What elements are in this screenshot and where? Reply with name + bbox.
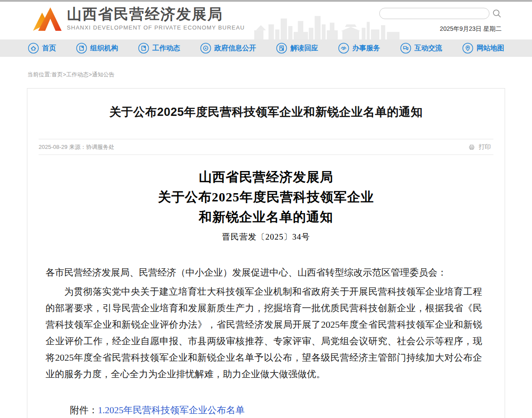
doc-title-line1: 山西省民营经济发展局: [27, 167, 505, 187]
news-icon: [138, 43, 149, 54]
nav-item-gov-info[interactable]: 政府信息公开: [200, 43, 256, 54]
search-button[interactable]: [492, 9, 502, 18]
body-paragraph: 为贯彻落实党中央关于建立培育壮大科技领军企业机制和省政府关于开展民营科技领军企业…: [46, 283, 482, 382]
nav-label: 政府信息公开: [214, 44, 256, 53]
nav-item-interaction[interactable]: 互动交流: [400, 43, 442, 54]
attachments-section: 附件： 1.2025年民营科技领军企业公布名单 2.2025年民营科技新锐企业公…: [46, 402, 482, 418]
nav-item-sitemap[interactable]: 网站地图: [462, 43, 504, 54]
nav-item-interpretation[interactable]: 解读回应: [276, 43, 318, 54]
breadcrumb: 当前位置:首页>工作动态>通知公告: [27, 71, 532, 79]
salutation: 各市民营经济发展局、民营经济（中小企业）发展促进中心、山西省转型综改示范区管理委…: [46, 264, 482, 281]
nav-item-services[interactable]: 办事服务: [338, 43, 380, 54]
site-subtitle: SHANXI DEVELOPMENT OF PRIVATE ECONOMY BU…: [67, 24, 245, 31]
breadcrumb-work-news[interactable]: 工作动态: [66, 71, 89, 78]
main-nav: 首页 组织机构 工作动态 政府信息公开: [0, 39, 532, 57]
nav-label: 办事服务: [352, 44, 380, 53]
site-logo[interactable]: 山西省民营经济发展局 SHANXI DEVELOPMENT OF PRIVATE…: [32, 5, 245, 32]
attachment-link-1[interactable]: 1.2025年民营科技领军企业公布名单: [98, 402, 245, 418]
doc-title-line3: 和新锐企业名单的通知: [27, 207, 505, 227]
search-input[interactable]: [379, 8, 489, 19]
handshake-icon: [338, 43, 349, 54]
page-title: 关于公布2025年度民营科技领军企业和新锐企业名单的通知: [27, 105, 505, 119]
nav-item-organization[interactable]: 组织机构: [76, 43, 118, 54]
nav-label: 网站地图: [476, 44, 504, 53]
site-header: 山西省民营经济发展局 SHANXI DEVELOPMENT OF PRIVATE…: [0, 2, 532, 39]
logo-mountain-icon: [32, 5, 62, 32]
nav-label: 首页: [42, 44, 56, 53]
breadcrumb-separator: >: [89, 71, 92, 78]
breadcrumb-prefix: 当前位置:: [27, 71, 52, 78]
article-card: 关于公布2025年度民营科技领军企业和新锐企业名单的通知 2025-08-29 …: [27, 88, 505, 418]
map-pin-icon: [462, 43, 473, 54]
nav-label: 组织机构: [90, 44, 118, 53]
doc-number: 晋民营发〔2025〕34号: [27, 231, 505, 243]
doc-title-line2: 关于公布2025年度民营科技领军企业: [27, 187, 505, 207]
document-body: 各市民营经济发展局、民营经济（中小企业）发展促进中心、山西省转型综改示范区管理委…: [46, 264, 482, 382]
nav-label: 工作动态: [152, 44, 180, 53]
article-date: 2025-08-29: [39, 144, 68, 150]
print-button[interactable]: 打印: [465, 143, 493, 151]
breadcrumb-notices[interactable]: 通知公告: [92, 71, 115, 78]
chat-icon: [400, 43, 411, 54]
site-title: 山西省民营经济发展局: [67, 5, 245, 23]
nav-item-home[interactable]: 首页: [28, 43, 56, 54]
organization-icon: [76, 43, 87, 54]
nav-label: 互动交流: [414, 44, 442, 53]
document-person-icon: [276, 43, 287, 54]
current-date: 2025年9月23日 星期二: [379, 25, 502, 33]
printer-icon: [468, 143, 476, 151]
search-icon: [492, 9, 502, 18]
article-source: 来源：协调服务处: [69, 144, 114, 150]
home-icon: [28, 43, 39, 54]
attachment-label: 附件：: [70, 402, 98, 418]
document-heading: 山西省民营经济发展局 关于公布2025年度民营科技领军企业 和新锐企业名单的通知…: [27, 167, 505, 243]
eye-icon: [200, 43, 211, 54]
nav-label: 解读回应: [290, 44, 318, 53]
nav-item-news[interactable]: 工作动态: [138, 43, 180, 54]
breadcrumb-home[interactable]: 首页: [52, 71, 63, 78]
print-label: 打印: [479, 143, 491, 151]
article-meta: 2025-08-29 来源：协调服务处 打印: [39, 139, 493, 155]
